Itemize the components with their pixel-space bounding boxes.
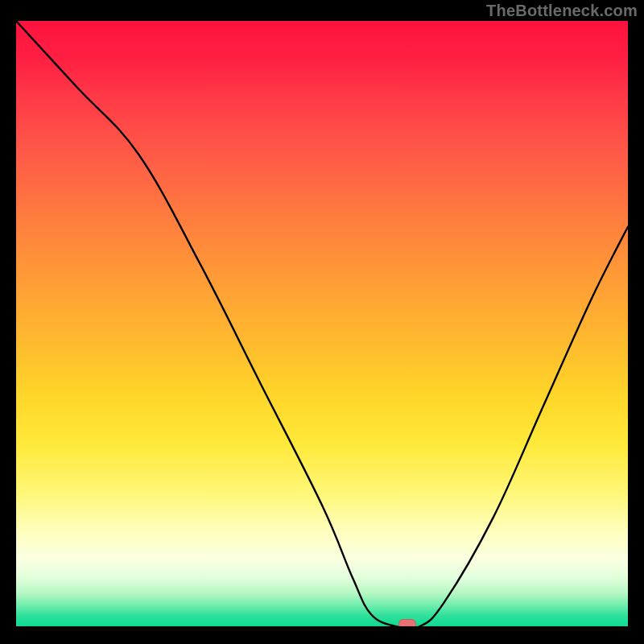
bottleneck-curve xyxy=(16,21,628,626)
watermark-text: TheBottleneck.com xyxy=(486,2,638,20)
optimal-point-marker xyxy=(398,619,416,626)
chart-frame: TheBottleneck.com xyxy=(0,0,644,644)
plot-area xyxy=(16,21,628,626)
